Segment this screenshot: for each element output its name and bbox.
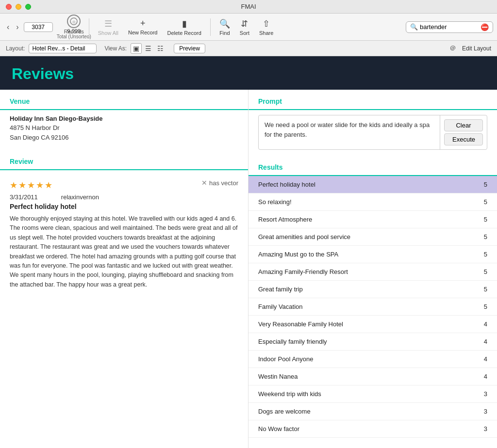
results-row[interactable]: So relaxing! 5 bbox=[248, 193, 497, 211]
result-title: Westin Nanea bbox=[248, 368, 474, 385]
results-row[interactable]: Family Vacation 5 bbox=[248, 298, 497, 316]
venue-section-header: Venue bbox=[0, 90, 248, 110]
results-row[interactable]: Resort Atmosphere 5 bbox=[248, 211, 497, 228]
view-form-button[interactable]: ▣ bbox=[131, 43, 142, 54]
venue-name: Holiday Inn San Diego-Bayside bbox=[10, 115, 238, 122]
delete-record-label: Delete Record bbox=[167, 30, 201, 36]
svg-text:⊙: ⊙ bbox=[72, 20, 76, 24]
nav-back-button[interactable]: ‹ bbox=[4, 21, 12, 33]
result-title: Great family trip bbox=[248, 281, 474, 298]
separator-2 bbox=[210, 18, 211, 36]
clear-button[interactable]: Clear bbox=[444, 119, 483, 131]
sort-group: ⇵ Sort bbox=[236, 16, 253, 38]
result-score: 5 bbox=[474, 246, 497, 263]
find-label: Find bbox=[219, 30, 230, 36]
result-score: 4 bbox=[474, 333, 497, 351]
minimize-button[interactable] bbox=[16, 4, 21, 10]
results-row[interactable]: Amazing Must go to the SPA 5 bbox=[248, 246, 497, 263]
prompt-section: We need a pool or water slide for the ki… bbox=[248, 115, 497, 156]
has-vector-text: has vector bbox=[209, 179, 238, 187]
star-4: ★ bbox=[36, 180, 44, 191]
delete-record-button[interactable]: ▮ Delete Record bbox=[164, 16, 205, 38]
maximize-button[interactable] bbox=[25, 4, 31, 10]
separator-1 bbox=[89, 18, 89, 36]
new-record-button[interactable]: + New Record bbox=[124, 16, 162, 37]
result-score: 5 bbox=[474, 193, 497, 211]
new-record-icon: + bbox=[140, 18, 146, 29]
records-count-sub: Total (Unsorted) bbox=[57, 34, 91, 39]
view-icons: ▣ ☰ ☷ bbox=[131, 43, 166, 54]
new-record-group: + New Record bbox=[124, 16, 162, 37]
toolbar: ‹ › ⊙ 9,999 Total (Unsorted) Records ☰ S… bbox=[0, 14, 497, 41]
result-score: 4 bbox=[474, 368, 497, 385]
sort-icon: ⇵ bbox=[241, 18, 248, 29]
delete-record-icon: ▮ bbox=[182, 18, 187, 29]
review-date: 3/31/2011 bbox=[10, 193, 38, 201]
preview-button[interactable]: Preview bbox=[174, 44, 205, 53]
results-row[interactable]: Weekend trip with kids 3 bbox=[248, 385, 497, 403]
result-score: 5 bbox=[474, 176, 497, 193]
result-title: No Wow factor bbox=[248, 420, 474, 438]
star-1: ★ bbox=[10, 180, 17, 191]
result-title: Very Reasonable Family Hotel bbox=[248, 316, 474, 333]
execute-button[interactable]: Execute bbox=[444, 133, 483, 145]
result-score: 5 bbox=[474, 211, 497, 228]
share-button[interactable]: ⇧ Share bbox=[255, 16, 277, 38]
results-row[interactable]: Amazing Family-Friendly Resort 5 bbox=[248, 263, 497, 281]
show-all-label: Show All bbox=[98, 30, 118, 36]
results-row[interactable]: Great family trip 5 bbox=[248, 281, 497, 298]
results-row[interactable]: Especially family friendly 4 bbox=[248, 333, 497, 351]
results-section: Perfect holiday hotel 5 So relaxing! 5 R… bbox=[248, 176, 497, 438]
show-all-button[interactable]: ☰ Show All bbox=[94, 16, 122, 38]
review-section: ★ ★ ★ ★ ★ ✕ has vector 3/31/2011 relaxin… bbox=[0, 175, 248, 297]
results-row[interactable]: Great amenities and pool service 5 bbox=[248, 228, 497, 246]
find-icon: 🔍 bbox=[219, 18, 230, 29]
result-score: 4 bbox=[474, 351, 497, 368]
search-clear-button[interactable]: ⛔ bbox=[480, 23, 489, 31]
results-row[interactable]: No Wow factor 3 bbox=[248, 420, 497, 438]
sort-button[interactable]: ⇵ Sort bbox=[236, 16, 253, 38]
main-content: Reviews Venue Holiday Inn San Diego-Bays… bbox=[0, 56, 497, 448]
view-table-button[interactable]: ☷ bbox=[155, 43, 166, 54]
close-button[interactable] bbox=[6, 4, 12, 10]
results-row[interactable]: Very Reasonable Family Hotel 4 bbox=[248, 316, 497, 333]
result-title: Resort Atmosphere bbox=[248, 211, 474, 228]
layout-select[interactable]: Hotel Rev...s - Detail bbox=[29, 44, 97, 53]
results-row[interactable]: Dogs are welcome 3 bbox=[248, 403, 497, 420]
result-score: 3 bbox=[474, 403, 497, 420]
view-as-label: View As: bbox=[104, 45, 127, 52]
result-title: Weekend trip with kids bbox=[248, 385, 474, 403]
review-body: We thoroughly enjoyed staying at this ho… bbox=[10, 214, 238, 289]
review-heading: Perfect holiday hotel bbox=[10, 203, 238, 210]
results-row[interactable]: Westin Nanea 4 bbox=[248, 368, 497, 385]
results-row[interactable]: Perfect holiday hotel 5 bbox=[248, 176, 497, 193]
find-button[interactable]: 🔍 Find bbox=[215, 16, 234, 38]
venue-section: Holiday Inn San Diego-Bayside 4875 N Har… bbox=[0, 115, 248, 150]
review-section-header: Review bbox=[0, 150, 248, 170]
sort-label: Sort bbox=[240, 30, 249, 36]
edit-layout-button[interactable]: Edit Layout bbox=[462, 45, 491, 52]
result-title: Great amenities and pool service bbox=[248, 228, 474, 246]
result-score: 3 bbox=[474, 420, 497, 438]
result-score: 3 bbox=[474, 385, 497, 403]
records-input-area bbox=[24, 22, 53, 32]
result-title: Family Vacation bbox=[248, 298, 474, 316]
search-input[interactable] bbox=[420, 23, 479, 31]
view-list-button[interactable]: ☰ bbox=[143, 43, 154, 54]
search-bar: 🔍 ⛔ bbox=[406, 21, 493, 33]
results-row[interactable]: Indoor Pool Anyone 4 bbox=[248, 351, 497, 368]
right-panel: Prompt We need a pool or water slide for… bbox=[248, 90, 497, 448]
find-group: 🔍 Find bbox=[215, 16, 234, 38]
prompt-text: We need a pool or water slide for the ki… bbox=[259, 115, 436, 144]
new-record-label: New Record bbox=[128, 30, 158, 35]
records-count-area: ⊙ 9,999 Total (Unsorted) bbox=[57, 15, 91, 39]
result-score: 4 bbox=[474, 316, 497, 333]
has-vector-badge: ✕ has vector bbox=[201, 179, 238, 187]
prompt-side-actions: Clear Execute bbox=[440, 115, 487, 149]
result-title: Perfect holiday hotel bbox=[248, 176, 474, 193]
result-title: Indoor Pool Anyone bbox=[248, 351, 474, 368]
result-title: Amazing Must go to the SPA bbox=[248, 246, 474, 263]
records-input[interactable] bbox=[24, 22, 53, 32]
show-all-group: ☰ Show All bbox=[94, 16, 122, 38]
nav-forward-button[interactable]: › bbox=[13, 21, 21, 33]
